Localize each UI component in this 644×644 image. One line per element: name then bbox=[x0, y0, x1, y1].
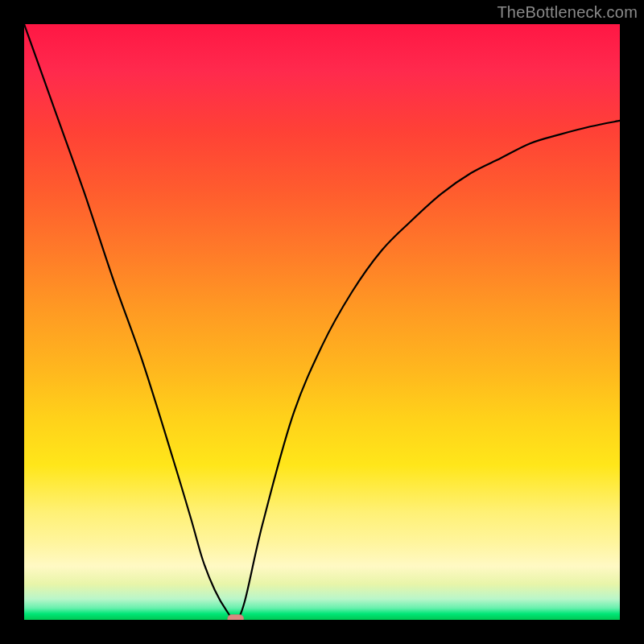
plot-area bbox=[24, 24, 620, 620]
chart-frame: TheBottleneck.com bbox=[0, 0, 644, 644]
optimal-point-marker bbox=[228, 615, 244, 621]
curve-layer bbox=[24, 24, 620, 620]
bottleneck-curve bbox=[24, 24, 620, 620]
watermark-text: TheBottleneck.com bbox=[497, 3, 638, 22]
